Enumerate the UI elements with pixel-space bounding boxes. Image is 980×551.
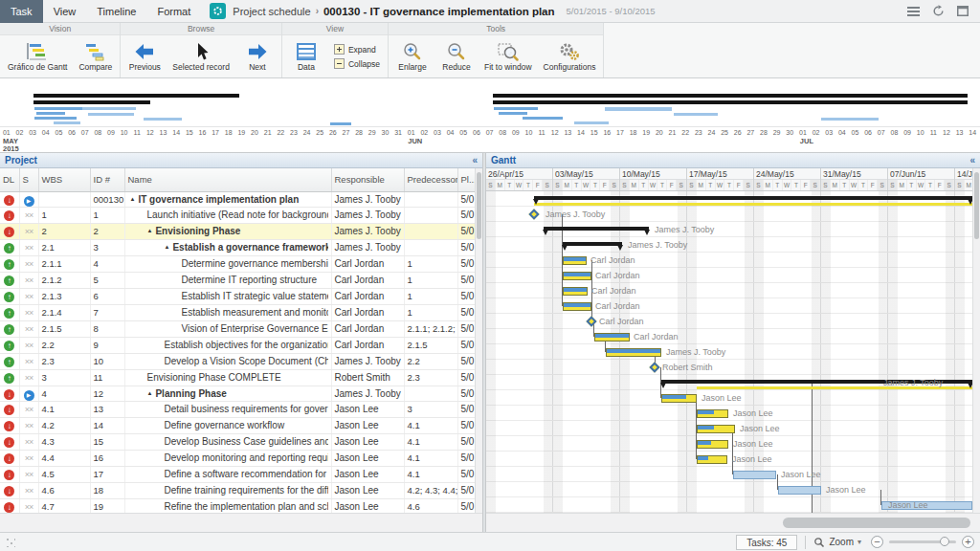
task-row[interactable]: ↓××4.214Define governance workflowJason … xyxy=(0,417,482,433)
selected-record-button[interactable]: Selected record xyxy=(167,37,234,76)
week-column-header[interactable]: 10/May/15SMTWTFS xyxy=(620,168,687,191)
tab-task[interactable]: Task xyxy=(0,0,43,23)
gantt-horizontal-scrollbar[interactable] xyxy=(486,513,980,532)
tab-view[interactable]: View xyxy=(43,0,87,23)
zoom-menu[interactable]: Zoom ▾ xyxy=(813,537,861,548)
week-column-header[interactable]: 03/May/15SMTWTFS xyxy=(553,168,620,191)
column-header-id[interactable]: ID # xyxy=(90,168,124,191)
week-column-header[interactable]: 17/May/15SMTWTFS xyxy=(687,168,754,191)
task-row[interactable]: ↑××2.310Develop a Vision Scope Document … xyxy=(0,353,482,369)
task-row[interactable]: ↓××4.416Develop monitoring and reporting… xyxy=(0,450,482,466)
task-row[interactable]: ↓××4.517Define a software recommendation… xyxy=(0,466,482,482)
task-row[interactable]: ↑××2.1.25Determine IT reporting structur… xyxy=(0,272,482,288)
milestone-diamond[interactable] xyxy=(586,316,596,326)
data-button[interactable]: Data xyxy=(285,37,327,76)
column-header-responsible[interactable]: Responsible xyxy=(331,168,404,191)
gantt-vertical-scrollbar[interactable] xyxy=(972,168,980,513)
responsible-cell: Jason Lee xyxy=(331,498,404,513)
collapse-triangle-icon[interactable]: ▲ xyxy=(147,386,153,401)
breadcrumb[interactable]: Project schedule xyxy=(233,6,310,17)
column-header-s[interactable]: S xyxy=(19,168,38,191)
task-row[interactable]: ↑××2.1.58Vision of Enterprise Governance… xyxy=(0,320,482,337)
scrollbar-thumb[interactable] xyxy=(477,172,481,239)
task-bar[interactable] xyxy=(697,425,735,433)
enlarge-button[interactable]: Enlarge xyxy=(391,37,434,76)
project-vertical-scrollbar[interactable] xyxy=(475,168,482,513)
task-row[interactable]: ↑××2.29Establish objectives for the orga… xyxy=(0,337,482,353)
reduce-button[interactable]: Reduce xyxy=(435,37,478,76)
week-column-header[interactable]: 31/May/15SMTWTFS xyxy=(821,168,888,191)
gantt-chart-button[interactable]: Gráfico de Gantt xyxy=(3,37,72,76)
task-bar[interactable] xyxy=(661,394,697,403)
ruler-day: 13 xyxy=(953,127,967,138)
task-row[interactable]: ↓▶412▲Planning PhaseJames J. Tooby5/0 xyxy=(0,386,482,401)
button-label: Enlarge xyxy=(398,62,426,72)
task-row[interactable]: ↑××311Envisioning Phase COMPLETERobert S… xyxy=(0,369,482,386)
tab-timeline[interactable]: Timeline xyxy=(86,0,146,23)
collapse-triangle-icon[interactable]: ▲ xyxy=(130,192,136,207)
expand-button[interactable]: Expand xyxy=(334,44,380,55)
task-bar[interactable] xyxy=(563,302,591,311)
task-bar[interactable] xyxy=(697,440,728,449)
task-bar[interactable] xyxy=(733,471,776,479)
collapse-triangle-icon[interactable]: ▲ xyxy=(147,224,153,238)
task-row[interactable]: ↑××2.1.47Establish measurement and monit… xyxy=(0,304,482,320)
zoom-in-button[interactable]: + xyxy=(962,536,974,548)
ruler-month-label: MAY2015 xyxy=(3,138,19,153)
collapse-triangle-icon[interactable]: ▲ xyxy=(165,240,170,254)
refresh-icon[interactable] xyxy=(928,4,947,19)
task-bar[interactable] xyxy=(594,333,630,342)
week-column-header[interactable]: 14/Jun/15SMTWTFS xyxy=(955,168,972,191)
zoom-slider[interactable] xyxy=(889,540,956,543)
scrollbar-thumb[interactable] xyxy=(783,518,970,528)
task-bar[interactable] xyxy=(697,409,728,418)
task-row[interactable]: ↓××22▲Envisioning PhaseJames J. Tooby5/0 xyxy=(0,223,482,239)
maximize-icon[interactable] xyxy=(953,4,972,19)
column-header-wbs[interactable]: WBS xyxy=(38,168,90,191)
configurations-button[interactable]: Configurations xyxy=(539,37,601,76)
predecessors-cell: 2.2 xyxy=(404,353,457,369)
task-row[interactable]: ↓▶000130▲IT governance implementation pl… xyxy=(0,191,482,207)
milestone-diamond[interactable] xyxy=(528,209,539,219)
ruler-day: 25 xyxy=(313,127,326,138)
tab-format[interactable]: Format xyxy=(146,0,201,23)
collapse-project-panel-icon[interactable]: « xyxy=(472,156,478,165)
summary-bar[interactable] xyxy=(544,227,649,231)
column-header-dl[interactable]: DL xyxy=(0,168,19,191)
zoom-out-button[interactable]: − xyxy=(871,536,883,548)
compare-button[interactable]: Compare xyxy=(74,37,117,76)
task-row[interactable]: ↑××2.1.36Establish IT strategic value st… xyxy=(0,288,482,304)
task-row[interactable]: ↓××11Launch initiative (Read note for ba… xyxy=(0,207,482,223)
task-row[interactable]: ↓××4.113Detail business requirements for… xyxy=(0,401,482,417)
task-bar[interactable] xyxy=(778,486,821,495)
task-row[interactable]: ↓××4.719Refine the implementation plan a… xyxy=(0,498,482,513)
summary-bar[interactable] xyxy=(534,196,972,200)
summary-bar[interactable] xyxy=(563,242,622,246)
task-row[interactable]: ↓××4.315Develop Business Case guidelines… xyxy=(0,433,482,450)
milestone-diamond[interactable] xyxy=(649,362,659,372)
week-column-header[interactable]: 26/Apr/15SMTWTFS xyxy=(486,168,553,191)
column-header-predecessors[interactable]: Predecessors xyxy=(404,168,457,191)
zoom-slider-handle[interactable] xyxy=(940,537,949,546)
task-bar[interactable] xyxy=(563,256,587,265)
task-row[interactable]: ↓××4.618Define training requirements for… xyxy=(0,482,482,498)
collapse-button[interactable]: Collapse xyxy=(334,58,380,69)
task-row[interactable]: ↑××2.1.14Determine governance membership… xyxy=(0,255,482,272)
previous-button[interactable]: Previous xyxy=(123,37,166,76)
fit-to-window-button[interactable]: Fit to window xyxy=(479,37,537,76)
task-bar[interactable] xyxy=(563,272,591,280)
column-header-name[interactable]: Name xyxy=(124,168,331,191)
week-column-header[interactable]: 07/Jun/15SMTWTFS xyxy=(888,168,955,191)
week-column-header[interactable]: 24/May/15SMTWTFS xyxy=(754,168,821,191)
task-row[interactable]: ↑××2.13▲Establish a governance framework… xyxy=(0,239,482,255)
gantt-body[interactable]: James J. ToobyJames J. ToobyJames J. Too… xyxy=(486,191,972,513)
scrollbar-thumb[interactable] xyxy=(974,172,979,239)
task-bar[interactable] xyxy=(697,455,727,464)
list-view-icon[interactable] xyxy=(903,4,923,19)
timeline-overview[interactable]: 0102030405060708091011121314151617181920… xyxy=(0,78,980,153)
task-bar[interactable] xyxy=(606,348,661,357)
collapse-gantt-panel-icon[interactable]: « xyxy=(969,156,975,165)
next-button[interactable]: Next xyxy=(236,37,278,76)
project-horizontal-scrollbar[interactable] xyxy=(0,513,482,532)
task-bar[interactable] xyxy=(563,287,588,296)
